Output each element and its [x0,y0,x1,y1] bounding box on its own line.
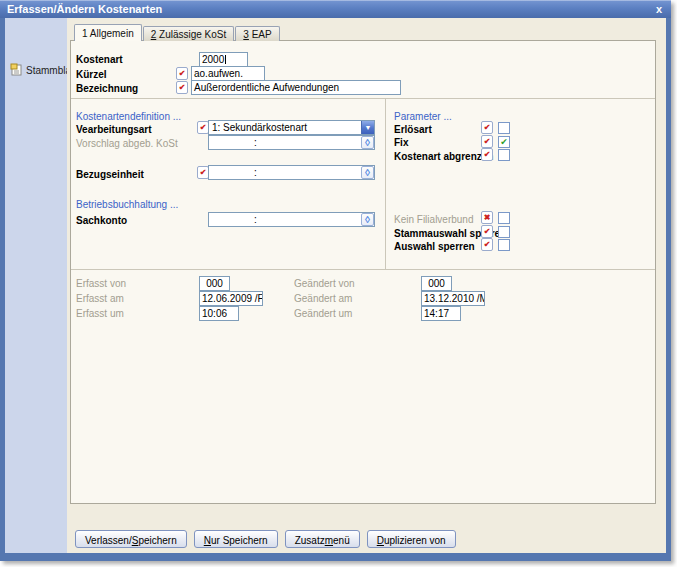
section-betriebsbuchhaltung: Betriebsbuchhaltung ... [76,199,178,210]
main-area: 1 Allgemein 2 Zulässige KoSt 3 EAP Koste… [67,18,666,553]
window-title: Erfassen/Ändern Kostenarten [7,3,654,15]
vearbeitungsart-select[interactable]: 1: Sekundärkostenart ▼ [208,120,375,135]
separator [71,98,655,99]
kostenart-label: Kostenart [76,54,123,65]
section-parameter: Parameter ... [394,111,452,122]
erloesart-label: Erlösart [394,124,432,135]
kuerzel-label: Kürzel [76,69,107,80]
sachkonto-select[interactable]: : ◊ [208,212,375,227]
tab-bar: 1 Allgemein 2 Zulässige KoSt 3 EAP [74,24,281,41]
bezeichnung-input[interactable]: Außerordentliche Aufwendungen [191,80,401,95]
vorschlag-abgeb-kost-label: Vorschlag abgeb. KoSt [76,138,178,149]
section-kostenartendefinition: Kostenartendefinition ... [76,111,181,122]
erfasst-um-label: Erfasst um [76,308,124,319]
erfasst-um-field: 10:06 [199,306,239,321]
button-bar: Verlassen/Speichern Nur Speichern Zusatz… [75,530,456,548]
erfasst-am-label: Erfasst am [76,293,124,304]
red-check-flag-icon[interactable] [176,81,188,94]
close-icon[interactable]: x [654,4,664,15]
bezeichnung-label: Bezeichnung [76,83,138,94]
vearbeitungsart-label: Vearbeitungsart [76,124,152,135]
kostenart-abgrenzen-label: Kostenart abgrenzen [394,151,493,162]
bezugseinheit-select[interactable]: : ◊ [208,165,375,180]
diamond-lookup-icon[interactable]: ◊ [361,213,374,226]
erfasst-am-field: 12.06.2009 /Fr [199,291,263,306]
geaendert-am-field: 13.12.2010 /Mo [421,291,485,306]
title-bar: Erfassen/Ändern Kostenarten x [0,0,671,18]
verlassen-speichern-button[interactable]: Verlassen/Speichern [75,530,187,548]
separator [71,269,655,270]
zusatzmenu-button[interactable]: Zusatzmenü [285,530,360,548]
kein-filialverbund-checkbox [498,212,510,224]
kein-filialverbund-label: Kein Filialverbund [394,214,474,225]
tab-zulaessige-kost[interactable]: 2 Zulässige KoSt [143,26,235,41]
diamond-lookup-icon[interactable]: ◊ [361,166,374,179]
bezugseinheit-label: Bezugseinheit [76,169,144,180]
geaendert-am-label: Geändert am [294,293,352,304]
dialog-window: Erfassen/Ändern Kostenarten x Stammblatt [0,0,671,561]
kostenart-abgrenzen-checkbox[interactable] [498,149,510,161]
red-check-flag-icon[interactable] [481,238,493,251]
sidebar-item-stammblatt[interactable]: Stammblatt [5,63,67,78]
auswahl-sperren-label: Auswahl sperren [394,241,475,252]
erloesart-checkbox[interactable] [498,122,510,134]
tab-allgemein[interactable]: 1 Allgemein [74,24,142,41]
stammauswahl-sperren-checkbox[interactable] [498,226,510,238]
geaendert-um-label: Geändert um [294,308,352,319]
tab-eap[interactable]: 3 EAP [235,26,279,41]
duplizieren-von-button[interactable]: Duplizieren von [367,530,456,548]
diamond-lookup-icon: ◊ [361,136,374,149]
tab-page-allgemein: Kostenart 2000 Kürzel ao.aufwen. Bezeich… [70,40,656,504]
erfasst-von-field: 000 [199,276,230,291]
geaendert-von-field: 000 [421,276,452,291]
auswahl-sperren-checkbox[interactable] [498,239,510,251]
red-check-flag-icon[interactable] [481,148,493,161]
red-check-flag-icon[interactable] [481,225,493,238]
stammblatt-icon [10,63,23,78]
separator [385,99,386,269]
text-cursor [225,55,226,64]
sidebar: Stammblatt [5,18,67,553]
geaendert-von-label: Geändert von [294,278,355,289]
red-check-flag-icon[interactable] [176,67,188,80]
red-x-flag-icon [481,211,493,224]
geaendert-um-field: 14:17 [421,306,461,321]
red-check-flag-icon[interactable] [481,121,493,134]
fix-label: Fix [394,137,408,148]
vorschlag-abgeb-kost-select: : ◊ [208,135,375,150]
red-check-flag-icon[interactable] [481,135,493,148]
kostenart-input[interactable]: 2000 [199,52,248,67]
nur-speichern-button[interactable]: Nur Speichern [194,530,278,548]
erfasst-von-label: Erfasst von [76,278,126,289]
sachkonto-label: Sachkonto [76,215,127,226]
fix-checkbox[interactable] [498,136,510,148]
kuerzel-input[interactable]: ao.aufwen. [191,66,265,81]
chevron-down-icon[interactable]: ▼ [361,121,374,134]
